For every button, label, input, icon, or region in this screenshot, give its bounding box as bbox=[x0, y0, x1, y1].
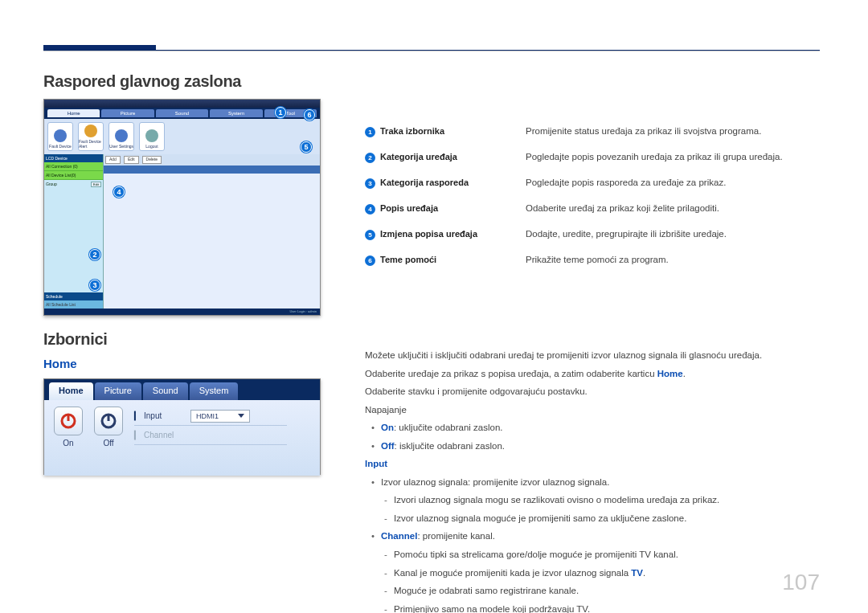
napajanje-label: Napajanje bbox=[365, 403, 762, 419]
definitions-table: 1Traka izbornikaPromijenite status uređa… bbox=[365, 119, 820, 273]
def-key-5: Izmjena popisa uređaja bbox=[380, 229, 477, 239]
ss2-input-label: Input bbox=[139, 411, 190, 420]
ss1-delete-button[interactable]: Delete bbox=[142, 156, 162, 164]
num-badge: 5 bbox=[365, 230, 375, 240]
def-val-2: Pogledajte popis povezanih uređaja za pr… bbox=[526, 152, 820, 163]
ss1-edit-button[interactable]: Edit bbox=[91, 182, 101, 187]
callout-3: 3 bbox=[89, 280, 100, 291]
ss1-logout[interactable]: Logout bbox=[139, 122, 165, 151]
def-key-3: Kategorija rasporeda bbox=[380, 178, 469, 187]
callout-6: 6 bbox=[304, 109, 315, 121]
screenshot-main-layout: Home Picture Sound System Tool Fault Dev… bbox=[43, 99, 321, 316]
ss1-toolbar: Fault Device Fault Device Alert User Set… bbox=[44, 119, 320, 154]
ss2-tab-home[interactable]: Home bbox=[49, 382, 93, 400]
num-badge: 3 bbox=[365, 178, 375, 189]
header-rule bbox=[43, 50, 820, 51]
home-tab-ref: Home bbox=[657, 369, 683, 378]
def-key-1: Traka izbornika bbox=[380, 126, 444, 136]
num-badge: 1 bbox=[365, 127, 375, 137]
def-val-5: Dodajte, uredite, pregrupirajte ili izbr… bbox=[526, 229, 820, 240]
alert-icon bbox=[84, 125, 97, 137]
ss1-all-device-list[interactable]: All Device List(0) bbox=[44, 171, 103, 180]
user-icon bbox=[115, 129, 128, 142]
callout-2: 2 bbox=[89, 249, 100, 260]
ss1-tab-sound[interactable]: Sound bbox=[156, 109, 208, 117]
input-heading: Input bbox=[365, 456, 762, 472]
num-badge: 4 bbox=[365, 204, 375, 215]
ss1-schedule-list[interactable]: All Schedule List bbox=[44, 300, 103, 309]
ss1-main: Add Edit Delete bbox=[104, 154, 320, 309]
ss2-tab-sound[interactable]: Sound bbox=[143, 382, 188, 400]
on-bullet: On: uključite odabrani zaslon. bbox=[365, 420, 762, 436]
ss1-tab-picture[interactable]: Picture bbox=[101, 109, 154, 117]
input-sub1: Izvori ulaznog signala mogu se razlikova… bbox=[365, 492, 762, 509]
callout-5: 5 bbox=[301, 141, 312, 153]
ss1-side-header: LCD Device bbox=[44, 154, 103, 162]
def-key-2: Kategorija uređaja bbox=[380, 152, 457, 161]
ss2-off-button[interactable]: Off bbox=[91, 407, 126, 469]
section2-title: Izbornici bbox=[43, 330, 321, 349]
channel-bullet: Channel: promijenite kanal. bbox=[365, 529, 762, 545]
ss1-fault-device[interactable]: Fault Device bbox=[47, 122, 73, 151]
page-number: 107 bbox=[782, 570, 820, 595]
callout-4: 4 bbox=[113, 186, 125, 198]
off-bullet: Off: isključite odabrani zaslon. bbox=[365, 439, 762, 455]
ss2-input-row: ▎ Input HDMI1 bbox=[134, 407, 287, 426]
change-line: Odaberite stavku i promijenite odgovaraj… bbox=[365, 384, 762, 400]
ss1-user-settings[interactable]: User Settings bbox=[108, 122, 134, 151]
ss2-input-select[interactable]: HDMI1 bbox=[190, 410, 250, 423]
channel-sub2: Kanal je moguće promijeniti kada je izvo… bbox=[365, 566, 762, 582]
ss2-channel-row: ▎ Channel bbox=[134, 426, 287, 445]
channel-sub1: Pomoću tipki sa strelicama gore/dolje mo… bbox=[365, 547, 762, 563]
def-val-6: Prikažite teme pomoći za program. bbox=[526, 255, 820, 266]
power-on-icon bbox=[54, 407, 83, 435]
ss1-add-button[interactable]: Add bbox=[105, 156, 121, 164]
def-key-6: Teme pomoći bbox=[380, 255, 436, 264]
home-heading: Home bbox=[43, 357, 321, 370]
ss1-controls: Add Edit Delete bbox=[104, 154, 320, 166]
ss1-group-label: Group bbox=[46, 182, 57, 187]
ss2-tabs: Home Picture Sound System bbox=[44, 379, 320, 400]
select-line: Odaberite uređaje za prikaz s popisa ure… bbox=[365, 366, 762, 382]
ss1-tab-system[interactable]: System bbox=[210, 109, 262, 117]
intro-text: Možete uključiti i isključiti odabrani u… bbox=[365, 348, 762, 364]
channel-sub3: Moguće je odabrati samo registrirane kan… bbox=[365, 583, 762, 599]
ss1-tab-home[interactable]: Home bbox=[47, 109, 100, 117]
chevron-down-icon bbox=[238, 414, 244, 418]
ss2-on-button[interactable]: On bbox=[51, 407, 86, 469]
ss2-channel-label: Channel bbox=[139, 431, 190, 439]
def-val-3: Pogledajte popis rasporeda za uređaje za… bbox=[526, 178, 820, 189]
ss2-tab-picture[interactable]: Picture bbox=[95, 382, 141, 400]
callout-1: 1 bbox=[275, 107, 286, 118]
section1-title: Raspored glavnog zaslona bbox=[43, 72, 321, 91]
ss2-tab-system[interactable]: System bbox=[190, 382, 239, 400]
input-bullet: Izvor ulaznog signala: promijenite izvor… bbox=[365, 475, 762, 491]
num-badge: 2 bbox=[365, 153, 375, 163]
def-val-4: Odaberite uređaj za prikaz koji želite p… bbox=[526, 203, 820, 215]
power-off-icon bbox=[94, 407, 123, 435]
monitor-icon bbox=[54, 129, 67, 142]
screenshot-home-tab: Home Picture Sound System On bbox=[43, 378, 321, 475]
def-key-4: Popis uređaja bbox=[380, 203, 438, 213]
ss1-all-connection[interactable]: All Connection (0) bbox=[44, 162, 103, 171]
def-val-1: Promijenite status uređaja za prikaz ili… bbox=[526, 126, 820, 137]
input-sub2: Izvor ulaznog signala moguće je promijen… bbox=[365, 511, 762, 527]
ss1-edit-button2[interactable]: Edit bbox=[124, 156, 139, 164]
ss1-column-headers bbox=[104, 166, 320, 174]
ss1-schedule-header: Schedule bbox=[44, 292, 103, 300]
ss1-footer: User Login : admin bbox=[44, 309, 320, 315]
channel-sub4: Primjenjivo samo na modele koji podržava… bbox=[365, 602, 762, 613]
num-badge: 6 bbox=[365, 255, 375, 266]
ss1-fault-alert[interactable]: Fault Device Alert bbox=[78, 122, 104, 151]
logout-icon bbox=[145, 129, 158, 142]
ss1-group-row: Group Edit bbox=[44, 180, 103, 189]
